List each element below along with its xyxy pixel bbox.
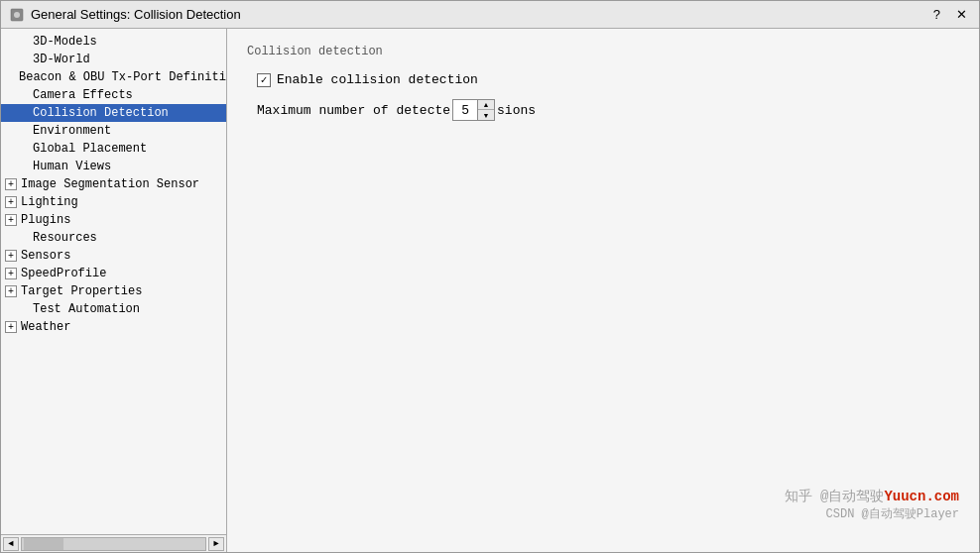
expand-icon[interactable]: +: [5, 178, 17, 190]
tree-item[interactable]: Test Automation: [1, 300, 226, 318]
tree-item[interactable]: Collision Detection: [1, 104, 226, 122]
tree-item-label: Target Properties: [21, 284, 142, 298]
spinner-down-button[interactable]: ▼: [478, 110, 494, 120]
watermark-yuucn: Yuucn.com: [884, 489, 959, 504]
scroll-thumb[interactable]: [24, 538, 63, 550]
tree-item-label: Beacon & OBU Tx-Port Definitio...: [19, 70, 226, 84]
tree-item-label: 3D-Models: [33, 35, 97, 49]
tree-item-label: Resources: [33, 231, 97, 245]
tree-item-label: SpeedProfile: [21, 267, 106, 280]
help-button[interactable]: ?: [929, 7, 944, 22]
expand-icon[interactable]: +: [5, 250, 17, 262]
tree-item-label: Test Automation: [33, 302, 140, 316]
watermark: 知乎 @自动驾驶Yuucn.com CSDN @自动驾驶Player: [785, 488, 959, 522]
section-title: Collision detection: [247, 45, 959, 58]
tree-item[interactable]: 3D-World: [1, 51, 226, 68]
enable-collision-label[interactable]: ✓ Enable collision detection: [257, 72, 478, 87]
tree-item[interactable]: +Plugins: [1, 211, 226, 229]
expand-icon[interactable]: +: [5, 268, 17, 279]
tree-item-label: Plugins: [21, 213, 70, 227]
tree-item-label: Image Segmentation Sensor: [21, 177, 199, 191]
max-detections-prefix: Maximum number of detecte: [257, 103, 450, 118]
tree-item-label: Human Views: [33, 160, 111, 173]
watermark-line1: 知乎 @自动驾驶Yuucn.com: [785, 488, 959, 505]
tree-item[interactable]: 3D-Models: [1, 33, 226, 51]
watermark-line2: CSDN @自动驾驶Player: [785, 505, 959, 522]
tree-item-label: Lighting: [21, 195, 78, 209]
tree-item[interactable]: +Image Segmentation Sensor: [1, 175, 226, 193]
tree-item[interactable]: Global Placement: [1, 140, 226, 158]
tree-item[interactable]: +Weather: [1, 318, 226, 336]
max-detections-spinner[interactable]: ▲ ▼: [452, 99, 495, 121]
tree-item-label: Global Placement: [33, 142, 147, 156]
expand-icon[interactable]: +: [5, 214, 17, 226]
svg-point-1: [14, 12, 20, 18]
tree-item[interactable]: +Sensors: [1, 247, 226, 265]
scroll-track[interactable]: [21, 537, 206, 551]
tree-item-label: Collision Detection: [33, 106, 169, 120]
enable-collision-text: Enable collision detection: [277, 72, 478, 87]
content-area: 3D-Models3D-WorldBeacon & OBU Tx-Port De…: [1, 29, 979, 552]
tree-item-label: 3D-World: [33, 53, 90, 66]
tree-item[interactable]: Camera Effects: [1, 86, 226, 104]
tree-item-label: Weather: [21, 320, 70, 334]
spinner-up-button[interactable]: ▲: [478, 100, 494, 110]
scroll-left-button[interactable]: ◄: [3, 537, 19, 551]
tree-container[interactable]: 3D-Models3D-WorldBeacon & OBU Tx-Port De…: [1, 29, 226, 534]
scroll-right-button[interactable]: ►: [208, 537, 224, 551]
tree-item-label: Environment: [33, 124, 111, 138]
max-detections-input[interactable]: [453, 100, 477, 120]
watermark-prefix: 知乎 @自动驾驶: [785, 489, 885, 504]
window-title: General Settings: Collision Detection: [31, 7, 241, 22]
title-bar-left: General Settings: Collision Detection: [9, 7, 241, 23]
tree-item[interactable]: Beacon & OBU Tx-Port Definitio...: [1, 68, 226, 86]
title-bar-right: ? ✕: [929, 7, 971, 22]
app-icon: [9, 7, 25, 23]
left-panel: 3D-Models3D-WorldBeacon & OBU Tx-Port De…: [1, 29, 227, 552]
title-bar: General Settings: Collision Detection ? …: [1, 1, 979, 29]
tree-item-label: Sensors: [21, 249, 70, 263]
horizontal-scrollbar[interactable]: ◄ ►: [1, 534, 226, 552]
spinner-buttons: ▲ ▼: [477, 100, 494, 120]
tree-item[interactable]: Resources: [1, 229, 226, 247]
expand-icon[interactable]: +: [5, 285, 17, 297]
expand-icon[interactable]: +: [5, 196, 17, 208]
tree-item-label: Camera Effects: [33, 88, 133, 102]
max-detections-suffix: sions: [497, 103, 536, 118]
max-detections-row: Maximum number of detecte ▲ ▼ sions: [247, 99, 959, 121]
enable-collision-checkbox[interactable]: ✓: [257, 73, 271, 87]
right-panel: Collision detection ✓ Enable collision d…: [227, 29, 979, 552]
enable-collision-row: ✓ Enable collision detection: [247, 72, 959, 87]
tree-item[interactable]: Environment: [1, 122, 226, 140]
tree-item[interactable]: +SpeedProfile: [1, 265, 226, 282]
expand-icon[interactable]: +: [5, 321, 17, 333]
tree-item[interactable]: +Target Properties: [1, 282, 226, 300]
close-button[interactable]: ✕: [952, 7, 971, 22]
main-window: General Settings: Collision Detection ? …: [0, 0, 980, 553]
tree-item[interactable]: Human Views: [1, 158, 226, 175]
tree-item[interactable]: +Lighting: [1, 193, 226, 211]
